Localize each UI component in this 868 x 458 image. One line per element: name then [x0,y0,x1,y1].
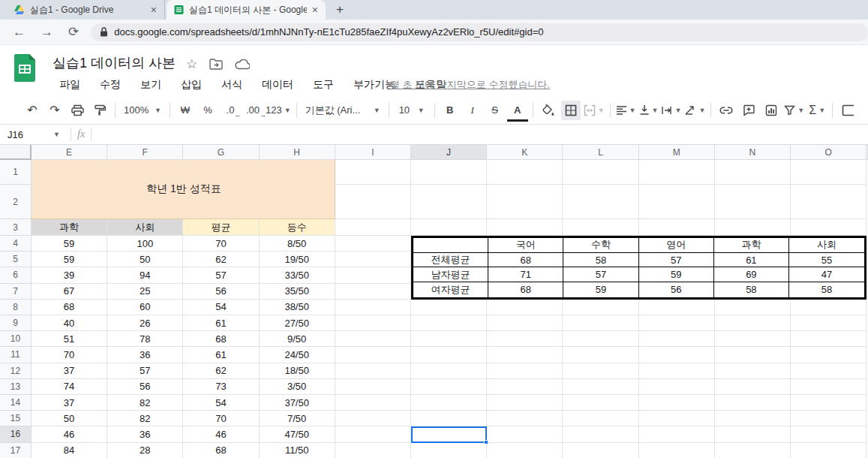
cell-K14[interactable] [487,395,563,411]
cell-I10[interactable] [335,331,411,347]
cell-O13[interactable] [791,379,866,395]
cell-O14[interactable] [791,395,866,411]
cell-F11[interactable]: 36 [107,347,183,363]
cell-G8[interactable]: 54 [183,300,259,315]
column-header-N[interactable]: N [715,145,791,160]
cell-L12[interactable] [563,363,638,379]
cell-M9[interactable] [639,315,715,331]
cell-J4[interactable] [413,238,488,253]
cell-N3[interactable] [715,219,791,236]
cell-N2[interactable] [715,185,791,219]
cell-I12[interactable] [335,363,411,379]
text-wrap-button[interactable]: ▼ [661,101,681,120]
insert-comment-button[interactable] [739,101,758,120]
row-header-10[interactable]: 10 [0,331,32,347]
menu-format[interactable]: 서식 [213,77,251,93]
cell-N16[interactable] [715,426,791,442]
cell-F7[interactable]: 25 [107,284,183,300]
cell-M3[interactable] [639,219,715,236]
horizontal-align-button[interactable]: ▼ [616,101,636,120]
cloud-saved-icon[interactable] [235,59,250,70]
menu-file[interactable]: 파일 [51,77,89,93]
new-tab-button[interactable]: + [326,2,354,17]
row-header-3[interactable]: 3 [0,219,32,236]
cell-N14[interactable] [715,395,791,411]
row-header-8[interactable]: 8 [0,300,32,315]
cell-K7[interactable]: 68 [488,282,563,297]
cell-H3[interactable]: 등수 [260,219,335,236]
cell-N5[interactable]: 61 [714,253,789,268]
cell-K16[interactable] [487,426,563,442]
fill-color-button[interactable] [539,101,558,120]
cell-G7[interactable]: 56 [183,284,259,300]
cell-H17[interactable]: 11/50 [260,443,335,458]
cell-J12[interactable] [411,363,487,379]
cell-K12[interactable] [487,363,563,379]
cell-M6[interactable]: 59 [639,267,714,282]
menu-tools[interactable]: 도구 [305,77,342,93]
browser-tab-sheets[interactable]: 실습1 데이터의 사본 - Google S × [167,0,326,20]
cell-I2[interactable] [335,185,411,219]
cell-N8[interactable] [715,300,791,315]
undo-button[interactable]: ↶ [23,101,42,120]
cell-J3[interactable] [411,219,487,236]
select-all-corner[interactable] [0,145,32,160]
increase-decimal-button[interactable]: .00→ [243,101,263,120]
selected-cell-J16[interactable] [411,426,487,442]
cell-M1[interactable] [639,160,715,185]
cell-G9[interactable]: 61 [183,315,259,331]
cell-J8[interactable] [411,300,487,315]
cell-M15[interactable] [639,411,715,426]
cell-G3[interactable]: 평균 [183,219,259,236]
row-header-1[interactable]: 1 [0,160,32,185]
cell-L3[interactable] [563,219,638,236]
paint-format-button[interactable] [90,101,110,120]
cell-F15[interactable]: 82 [107,411,183,426]
row-header-14[interactable]: 14 [0,395,32,411]
cell-J5[interactable]: 전체평균 [413,253,488,268]
cell-I1[interactable] [335,160,411,185]
cell-H9[interactable]: 27/50 [260,315,335,331]
redo-button[interactable]: ↷ [45,101,65,120]
cell-I8[interactable] [335,300,411,315]
cell-E6[interactable]: 39 [32,267,107,283]
cell-I13[interactable] [335,379,411,395]
cell-L2[interactable] [563,185,638,219]
column-header-K[interactable]: K [487,145,563,160]
cell-J7[interactable]: 여자평균 [413,282,488,297]
cell-J2[interactable] [411,185,487,219]
cell-K17[interactable] [487,443,563,458]
cell-M4[interactable]: 영어 [639,238,714,253]
cell-L9[interactable] [563,315,638,331]
cell-F3[interactable]: 사회 [107,219,183,236]
cell-I11[interactable] [335,347,411,363]
cell-H16[interactable]: 47/50 [260,426,335,442]
cell-E7[interactable]: 67 [32,284,107,300]
cell-K10[interactable] [487,331,563,347]
cell-O6[interactable]: 47 [789,267,864,282]
cell-I14[interactable] [335,395,411,411]
row-header-9[interactable]: 9 [0,315,32,331]
row-header-13[interactable]: 13 [0,379,32,395]
column-header-L[interactable]: L [563,145,638,160]
cell-O1[interactable] [791,160,866,185]
cell-H4[interactable]: 8/50 [260,236,335,252]
cell-M16[interactable] [639,426,715,442]
cell-L17[interactable] [563,443,638,458]
cell-N11[interactable] [715,347,791,363]
last-edited-link[interactable]: 몇 초 전에 마지막으로 수정했습니다. [390,78,550,92]
cell-F6[interactable]: 94 [107,267,183,283]
row-header-6[interactable]: 6 [0,267,32,283]
cell-L8[interactable] [563,300,638,315]
menu-insert[interactable]: 삽입 [173,77,210,93]
cell-F4[interactable]: 100 [107,236,183,252]
cell-E16[interactable]: 46 [32,426,107,442]
row-header-7[interactable]: 7 [0,284,32,300]
cell-L5[interactable]: 58 [563,253,638,268]
cell-I9[interactable] [335,315,411,331]
cell-K13[interactable] [487,379,563,395]
cell-K2[interactable] [487,185,563,219]
cell-G5[interactable]: 62 [183,252,259,267]
row-header-12[interactable]: 12 [0,363,32,379]
insert-link-button[interactable] [716,101,736,120]
